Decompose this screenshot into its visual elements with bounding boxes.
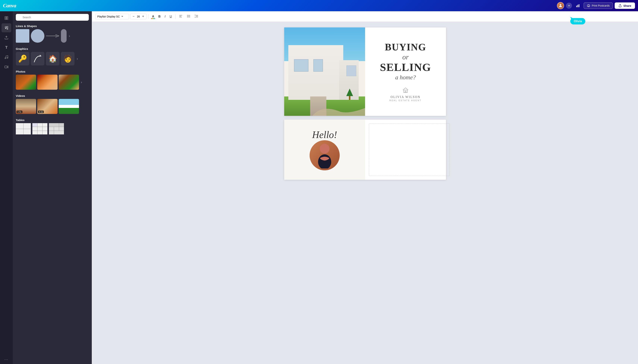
video-badge-2: 4.1s [38,110,44,113]
pill-shape [61,29,67,43]
svg-rect-6 [5,16,6,18]
tables-grid [13,123,92,137]
toolbar: Playfair Display SC − 26 + A B I U [92,11,319,22]
text-color-icon: A [152,15,154,18]
video-living-room[interactable]: 4.1s [37,99,58,114]
graphic-curve[interactable] [31,52,44,66]
rectangle-shape [16,29,29,43]
align-left-icon [179,14,183,18]
section-title-shapes: Lines & Shapes [13,22,92,29]
list-icon [187,14,191,18]
shape-pill[interactable] [61,29,67,43]
photo-fireplace[interactable] [37,75,58,90]
photo-patio[interactable] [59,75,79,90]
svg-rect-11 [7,26,8,28]
upload-icon [4,36,9,40]
graphic-house[interactable]: 🏠 [46,52,60,66]
shape-rectangle[interactable] [16,29,29,43]
divider-2 [175,14,176,19]
elements-icon [4,26,9,30]
section-title-tables: Tables [13,116,92,123]
search-area: 🔍 [13,11,92,22]
font-size-value: 26 [136,15,141,18]
font-family-selector[interactable]: Playfair Display SC [95,14,129,19]
sidebar-item-audio[interactable] [2,53,11,62]
italic-button[interactable]: I [163,14,167,19]
house-photo [284,28,319,116]
graphic-character[interactable]: 🧑 [61,52,75,66]
svg-point-32 [318,154,319,168]
graphics-grid: 🔑 🏠 🧑 › [13,52,92,68]
font-size-decrease[interactable]: − [132,14,135,18]
content-panel: 🔍 Lines & Shapes › Graphics 🔑 [13,11,92,182]
font-family-label: Playfair Display SC [97,15,120,18]
arrow-shape [46,29,60,43]
svg-rect-9 [7,18,8,20]
table-2x2[interactable] [16,123,31,134]
shape-circle[interactable] [31,29,44,43]
search-input[interactable] [16,14,89,21]
svg-rect-8 [5,18,6,20]
canvas-area: BUYING or SELLING a home? OLIVIA WILSON … [92,22,319,182]
section-title-photos: Photos [13,68,92,75]
shapes-grid: › [13,29,92,45]
house-icon: 🏠 [48,54,57,63]
font-size-control: − 26 + [130,14,147,19]
svg-point-12 [7,28,8,30]
dropdown-icon [121,15,124,18]
svg-point-25 [187,17,188,17]
sidebar-item-elements[interactable] [2,23,11,32]
circle-shape [31,29,44,43]
svg-rect-15 [5,66,7,68]
video-house-exterior[interactable] [59,99,79,114]
shape-arrow[interactable] [46,29,60,43]
svg-point-23 [187,15,188,16]
font-size-increase[interactable]: + [142,14,145,18]
section-title-graphics: Graphics [13,45,92,52]
shapes-more-button[interactable]: › [69,34,70,38]
photos-more-button[interactable]: › [81,80,82,84]
audio-icon [4,55,9,59]
text-color-button[interactable]: A [151,14,156,19]
underline-button[interactable]: U [168,14,173,19]
agent-person-icon [313,142,319,168]
graphic-keys[interactable]: 🔑 [16,52,29,66]
header: Canva + Print Postcards [0,0,319,11]
search-wrapper: 🔍 [16,14,89,21]
table-complex[interactable] [49,123,64,134]
logo: Canva [3,3,16,9]
sidebar-item-panels[interactable] [2,14,11,22]
agent-photo [310,140,319,170]
icon-sidebar: T ··· [0,11,13,182]
color-underline [151,18,155,19]
bold-button[interactable]: B [157,14,162,19]
graphics-more-button[interactable]: › [77,57,78,61]
card-back-left: Hello! [284,120,319,180]
curve-icon [33,54,43,64]
text-icon: T [5,45,8,50]
list-button[interactable] [185,13,192,20]
keys-icon: 🔑 [18,54,27,63]
svg-point-24 [187,16,188,16]
photo-brick-house[interactable] [16,75,36,90]
line-height-icon [195,14,198,18]
line-height-button[interactable] [193,13,200,20]
video-hallway[interactable]: 1.5s [16,99,36,114]
sidebar-item-text[interactable]: T [2,43,11,52]
section-title-videos: Videos [13,92,92,99]
hello-text: Hello! [312,129,319,140]
sidebar-item-video[interactable] [2,62,11,72]
design-card-front[interactable]: BUYING or SELLING a home? OLIVIA WILSON … [284,28,319,116]
panels-icon [4,16,9,20]
align-left-button[interactable] [177,13,184,20]
table-3x3[interactable] [32,123,48,134]
card-photo [284,28,319,116]
svg-rect-7 [7,16,8,18]
svg-point-14 [7,57,8,58]
svg-point-13 [5,58,6,59]
sidebar-item-upload[interactable] [2,33,11,42]
design-card-back[interactable]: Hello! [284,120,319,180]
video-badge-1: 1.5s [17,110,22,113]
photos-grid: › [13,75,92,92]
videos-grid: 1.5s 4.1s [13,99,92,116]
